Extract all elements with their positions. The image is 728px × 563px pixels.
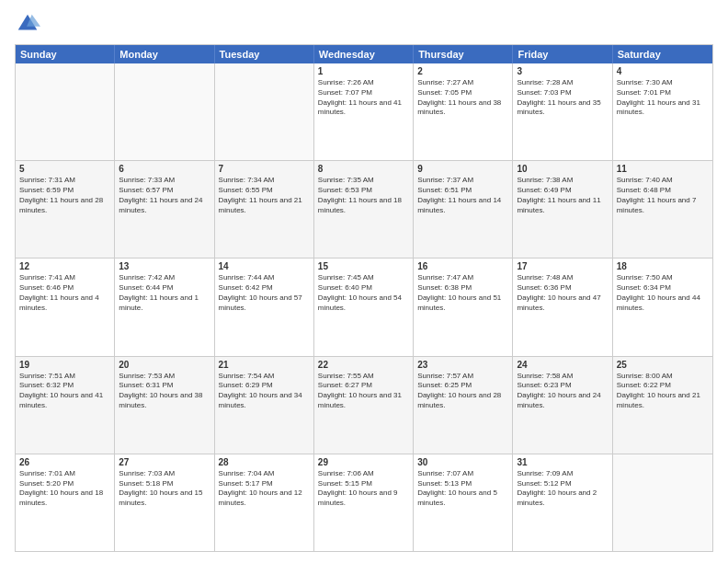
day-cell-4: 4Sunrise: 7:30 AM Sunset: 7:01 PM Daylig… — [613, 63, 712, 160]
day-info: Sunrise: 7:35 AM Sunset: 6:53 PM Dayligh… — [318, 176, 409, 215]
day-cell-21: 21Sunrise: 7:54 AM Sunset: 6:29 PM Dayli… — [215, 357, 314, 454]
day-info: Sunrise: 7:54 AM Sunset: 6:29 PM Dayligh… — [219, 372, 310, 411]
day-info: Sunrise: 7:51 AM Sunset: 6:32 PM Dayligh… — [19, 372, 110, 411]
day-number: 6 — [119, 164, 210, 174]
empty-cell — [115, 63, 214, 160]
calendar-header: SundayMondayTuesdayWednesdayThursdayFrid… — [16, 45, 712, 63]
day-info: Sunrise: 7:03 AM Sunset: 5:18 PM Dayligh… — [119, 469, 210, 509]
calendar-body: 1Sunrise: 7:26 AM Sunset: 7:07 PM Daylig… — [16, 63, 712, 551]
day-number: 5 — [19, 164, 110, 174]
day-info: Sunrise: 7:01 AM Sunset: 5:20 PM Dayligh… — [19, 469, 110, 509]
day-number: 4 — [617, 66, 709, 76]
day-cell-15: 15Sunrise: 7:45 AM Sunset: 6:40 PM Dayli… — [314, 259, 414, 355]
day-number: 18 — [617, 261, 709, 271]
day-header-friday: Friday — [513, 45, 612, 63]
day-number: 16 — [417, 261, 508, 271]
day-info: Sunrise: 7:45 AM Sunset: 6:40 PM Dayligh… — [318, 273, 409, 313]
empty-cell — [215, 63, 314, 160]
day-info: Sunrise: 7:40 AM Sunset: 6:48 PM Dayligh… — [617, 176, 709, 215]
day-info: Sunrise: 7:38 AM Sunset: 6:49 PM Dayligh… — [517, 176, 608, 215]
day-info: Sunrise: 7:09 AM Sunset: 5:12 PM Dayligh… — [517, 469, 608, 509]
day-info: Sunrise: 7:50 AM Sunset: 6:34 PM Dayligh… — [617, 273, 709, 313]
day-number: 24 — [517, 360, 608, 370]
day-header-wednesday: Wednesday — [314, 45, 414, 63]
day-info: Sunrise: 7:34 AM Sunset: 6:55 PM Dayligh… — [219, 176, 310, 215]
day-info: Sunrise: 7:27 AM Sunset: 7:05 PM Dayligh… — [417, 78, 508, 118]
day-cell-29: 29Sunrise: 7:06 AM Sunset: 5:15 PM Dayli… — [314, 454, 414, 551]
day-number: 29 — [318, 457, 409, 467]
day-number: 21 — [219, 360, 310, 370]
calendar-week-3: 19Sunrise: 7:51 AM Sunset: 6:32 PM Dayli… — [16, 356, 712, 454]
day-cell-6: 6Sunrise: 7:33 AM Sunset: 6:57 PM Daylig… — [115, 161, 214, 258]
day-cell-30: 30Sunrise: 7:07 AM Sunset: 5:13 PM Dayli… — [414, 454, 513, 551]
day-number: 23 — [417, 360, 508, 370]
day-number: 31 — [517, 457, 608, 467]
day-cell-2: 2Sunrise: 7:27 AM Sunset: 7:05 PM Daylig… — [414, 63, 513, 160]
day-cell-28: 28Sunrise: 7:04 AM Sunset: 5:17 PM Dayli… — [215, 454, 314, 551]
day-number: 9 — [417, 164, 508, 174]
day-cell-18: 18Sunrise: 7:50 AM Sunset: 6:34 PM Dayli… — [613, 259, 712, 355]
day-cell-10: 10Sunrise: 7:38 AM Sunset: 6:49 PM Dayli… — [513, 161, 612, 258]
day-info: Sunrise: 7:33 AM Sunset: 6:57 PM Dayligh… — [119, 176, 210, 215]
day-cell-23: 23Sunrise: 7:57 AM Sunset: 6:25 PM Dayli… — [414, 357, 513, 454]
day-number: 30 — [417, 457, 508, 467]
day-info: Sunrise: 7:04 AM Sunset: 5:17 PM Dayligh… — [219, 469, 310, 509]
day-cell-27: 27Sunrise: 7:03 AM Sunset: 5:18 PM Dayli… — [115, 454, 214, 551]
calendar: SundayMondayTuesdayWednesdayThursdayFrid… — [15, 44, 713, 552]
day-header-saturday: Saturday — [613, 45, 712, 63]
logo-icon — [15, 11, 40, 37]
day-header-sunday: Sunday — [16, 45, 115, 63]
empty-cell — [613, 454, 712, 551]
day-cell-17: 17Sunrise: 7:48 AM Sunset: 6:36 PM Dayli… — [513, 259, 612, 355]
day-cell-31: 31Sunrise: 7:09 AM Sunset: 5:12 PM Dayli… — [513, 454, 612, 551]
day-cell-3: 3Sunrise: 7:28 AM Sunset: 7:03 PM Daylig… — [513, 63, 612, 160]
day-number: 28 — [219, 457, 310, 467]
day-number: 14 — [219, 261, 310, 271]
day-cell-24: 24Sunrise: 7:58 AM Sunset: 6:23 PM Dayli… — [513, 357, 612, 454]
day-cell-20: 20Sunrise: 7:53 AM Sunset: 6:31 PM Dayli… — [115, 357, 214, 454]
day-info: Sunrise: 7:53 AM Sunset: 6:31 PM Dayligh… — [119, 372, 210, 411]
day-info: Sunrise: 7:57 AM Sunset: 6:25 PM Dayligh… — [417, 372, 508, 411]
day-number: 13 — [119, 261, 210, 271]
day-info: Sunrise: 7:26 AM Sunset: 7:07 PM Dayligh… — [318, 78, 409, 118]
day-info: Sunrise: 7:42 AM Sunset: 6:44 PM Dayligh… — [119, 273, 210, 313]
calendar-week-0: 1Sunrise: 7:26 AM Sunset: 7:07 PM Daylig… — [16, 63, 712, 160]
day-number: 7 — [219, 164, 310, 174]
day-number: 26 — [19, 457, 110, 467]
day-info: Sunrise: 7:58 AM Sunset: 6:23 PM Dayligh… — [517, 372, 608, 411]
day-number: 22 — [318, 360, 409, 370]
day-cell-16: 16Sunrise: 7:47 AM Sunset: 6:38 PM Dayli… — [414, 259, 513, 355]
day-number: 11 — [617, 164, 709, 174]
day-cell-7: 7Sunrise: 7:34 AM Sunset: 6:55 PM Daylig… — [215, 161, 314, 258]
day-number: 8 — [318, 164, 409, 174]
day-info: Sunrise: 7:55 AM Sunset: 6:27 PM Dayligh… — [318, 372, 409, 411]
day-number: 10 — [517, 164, 608, 174]
day-number: 25 — [617, 360, 709, 370]
day-cell-1: 1Sunrise: 7:26 AM Sunset: 7:07 PM Daylig… — [314, 63, 414, 160]
day-number: 27 — [119, 457, 210, 467]
day-info: Sunrise: 7:06 AM Sunset: 5:15 PM Dayligh… — [318, 469, 409, 509]
day-cell-9: 9Sunrise: 7:37 AM Sunset: 6:51 PM Daylig… — [414, 161, 513, 258]
day-number: 20 — [119, 360, 210, 370]
day-cell-25: 25Sunrise: 8:00 AM Sunset: 6:22 PM Dayli… — [613, 357, 712, 454]
day-cell-11: 11Sunrise: 7:40 AM Sunset: 6:48 PM Dayli… — [613, 161, 712, 258]
day-number: 12 — [19, 261, 110, 271]
day-info: Sunrise: 8:00 AM Sunset: 6:22 PM Dayligh… — [617, 372, 709, 411]
logo — [15, 11, 44, 37]
calendar-week-4: 26Sunrise: 7:01 AM Sunset: 5:20 PM Dayli… — [16, 454, 712, 551]
day-cell-22: 22Sunrise: 7:55 AM Sunset: 6:27 PM Dayli… — [314, 357, 414, 454]
day-cell-5: 5Sunrise: 7:31 AM Sunset: 6:59 PM Daylig… — [16, 161, 115, 258]
day-number: 3 — [517, 66, 608, 76]
day-number: 17 — [517, 261, 608, 271]
day-info: Sunrise: 7:48 AM Sunset: 6:36 PM Dayligh… — [517, 273, 608, 313]
day-info: Sunrise: 7:47 AM Sunset: 6:38 PM Dayligh… — [417, 273, 508, 313]
day-cell-19: 19Sunrise: 7:51 AM Sunset: 6:32 PM Dayli… — [16, 357, 115, 454]
day-number: 1 — [318, 66, 409, 76]
day-info: Sunrise: 7:41 AM Sunset: 6:46 PM Dayligh… — [19, 273, 110, 313]
calendar-week-2: 12Sunrise: 7:41 AM Sunset: 6:46 PM Dayli… — [16, 258, 712, 355]
day-cell-14: 14Sunrise: 7:44 AM Sunset: 6:42 PM Dayli… — [215, 259, 314, 355]
empty-cell — [16, 63, 115, 160]
day-cell-26: 26Sunrise: 7:01 AM Sunset: 5:20 PM Dayli… — [16, 454, 115, 551]
day-header-monday: Monday — [115, 45, 214, 63]
day-info: Sunrise: 7:07 AM Sunset: 5:13 PM Dayligh… — [417, 469, 508, 509]
